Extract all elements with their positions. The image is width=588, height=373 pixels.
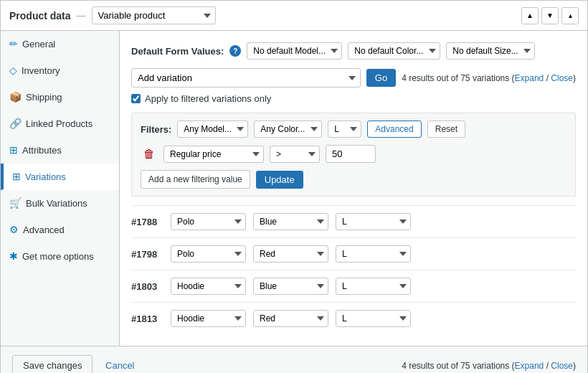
update-button[interactable]: Update	[256, 171, 303, 189]
sidebar-item-variations[interactable]: ⊞ Variations	[1, 164, 119, 190]
linked-icon: 🔗	[9, 118, 22, 129]
variation-1788-model[interactable]: PoloHoodie	[171, 213, 246, 230]
sidebar-item-bulk-variations[interactable]: 🛒 Bulk Variations	[1, 190, 119, 217]
sidebar-item-general[interactable]: ✏ General	[1, 31, 119, 57]
product-data-header: Product data — Variable product Simple p…	[1, 1, 587, 31]
filters-label: Filters:	[141, 124, 171, 135]
sidebar-item-shipping[interactable]: 📦 Shipping	[1, 84, 119, 110]
expand-link-top[interactable]: Expand	[515, 73, 544, 83]
table-row: #1803 HoodiePolo BlueRed LSMXL	[131, 270, 576, 302]
delete-filter-button[interactable]: 🗑	[141, 146, 158, 162]
variation-1813-model[interactable]: HoodiePolo	[171, 310, 246, 327]
variation-1798-color[interactable]: RedBlue	[253, 245, 328, 263]
sidebar-item-attributes[interactable]: ⊞ Attributes	[1, 137, 119, 164]
sidebar-item-linked-products[interactable]: 🔗 Linked Products	[1, 110, 119, 137]
table-row: #1788 PoloHoodie BlueRed LSMXL	[131, 205, 576, 237]
color-default-select[interactable]: No default Color... Blue Red	[348, 42, 440, 60]
default-form-values-label: Default Form Values:	[131, 46, 224, 57]
price-field-select[interactable]: Regular price Sale price Stock	[163, 146, 264, 163]
more-icon: ✱	[9, 250, 18, 262]
product-data-label: Product data	[9, 10, 71, 22]
variation-1788-size[interactable]: LSMXL	[336, 213, 411, 230]
table-row: #1813 HoodiePolo RedBlue LSMXL	[131, 302, 576, 334]
variation-1803-color[interactable]: BlueRed	[253, 278, 328, 295]
price-value-input[interactable]	[326, 145, 376, 163]
sidebar-item-get-more-options[interactable]: ✱ Get more options	[1, 243, 119, 270]
variation-1813-size[interactable]: LSMXL	[336, 310, 411, 327]
sidebar-item-inventory[interactable]: ◇ Inventory	[1, 57, 119, 84]
variations-list: #1788 PoloHoodie BlueRed LSMXL #1798 Pol…	[131, 205, 576, 334]
advanced-icon: ⚙	[9, 224, 19, 235]
model-default-select[interactable]: No default Model... Polo Hoodie	[247, 42, 342, 60]
footer-left: Save changes Cancel	[12, 355, 145, 373]
footer: Save changes Cancel 4 results out of 75 …	[1, 346, 587, 373]
filter-size-select[interactable]: L S M XL	[328, 121, 361, 138]
product-data-panel: Product data — Variable product Simple p…	[0, 0, 588, 373]
action-row: Add a new filtering value Update	[141, 170, 566, 189]
inventory-icon: ◇	[9, 65, 17, 76]
content-area: Default Form Values: ? No default Model.…	[120, 31, 587, 346]
variations-icon: ⊞	[12, 171, 21, 182]
sidebar-label-advanced: Advanced	[23, 225, 65, 235]
sidebar-label-linked-products: Linked Products	[26, 118, 93, 129]
bulk-icon: 🛒	[9, 197, 22, 209]
default-form-values-row: Default Form Values: ? No default Model.…	[131, 42, 576, 60]
main-content: ✏ General ◇ Inventory 📦 Shipping 🔗 Linke…	[1, 31, 587, 346]
apply-checkbox-label: Apply to filtered variations only	[145, 93, 271, 104]
sidebar-label-get-more-options: Get more options	[22, 251, 94, 262]
arrow-collapse-btn[interactable]: ▴	[561, 7, 579, 24]
filters-section: Filters: Any Model... Polo Hoodie Any Co…	[131, 113, 576, 197]
variation-1813-color[interactable]: RedBlue	[253, 310, 328, 327]
reset-filter-button[interactable]: Reset	[427, 121, 465, 138]
variation-id-1813: #1813	[131, 313, 163, 324]
variation-1798-size[interactable]: LSMXL	[336, 245, 411, 263]
header-arrows: ▲ ▼ ▴	[521, 7, 579, 24]
apply-filtered-checkbox[interactable]	[131, 94, 141, 103]
footer-right: 4 results out of 75 variations (Expand /…	[402, 361, 576, 371]
sidebar-label-attributes: Attributes	[22, 145, 62, 156]
table-row: #1798 PoloHoodie RedBlue LSMXL	[131, 237, 576, 270]
variation-1798-model[interactable]: PoloHoodie	[171, 245, 246, 263]
sidebar: ✏ General ◇ Inventory 📦 Shipping 🔗 Linke…	[1, 31, 120, 346]
variation-1803-model[interactable]: HoodiePolo	[171, 278, 246, 295]
size-default-select[interactable]: No default Size... S M L XL	[446, 42, 535, 60]
shipping-icon: 📦	[9, 91, 22, 103]
close-link-top[interactable]: Close	[551, 73, 573, 83]
sidebar-label-inventory: Inventory	[22, 65, 60, 76]
add-variation-row: Add variation Add all variations Delete …	[131, 68, 576, 88]
variation-1788-color[interactable]: BlueRed	[253, 213, 328, 230]
variation-id-1803: #1803	[131, 281, 163, 292]
sidebar-label-bulk-variations: Bulk Variations	[26, 198, 87, 209]
filter-condition-row: 🗑 Regular price Sale price Stock > < = >…	[141, 145, 566, 163]
operator-select[interactable]: > < = >= <=	[270, 146, 320, 163]
cancel-button[interactable]: Cancel	[95, 356, 144, 373]
filter-model-select[interactable]: Any Model... Polo Hoodie	[177, 121, 248, 138]
results-text-top: 4 results out of 75 variations (Expand /…	[402, 73, 576, 83]
general-icon: ✏	[9, 38, 18, 49]
sidebar-label-shipping: Shipping	[26, 92, 62, 103]
add-variation-select[interactable]: Add variation Add all variations Delete …	[131, 68, 361, 88]
variation-1803-size[interactable]: LSMXL	[336, 278, 411, 295]
variation-id-1798: #1798	[131, 249, 163, 260]
product-type-select[interactable]: Variable product Simple product Grouped …	[92, 6, 216, 24]
sidebar-label-general: General	[22, 39, 55, 49]
header-dash: —	[77, 10, 86, 21]
sidebar-item-advanced[interactable]: ⚙ Advanced	[1, 217, 119, 243]
variation-id-1788: #1788	[131, 217, 163, 227]
arrow-down-btn[interactable]: ▼	[541, 7, 559, 24]
expand-link-bottom[interactable]: Expand	[515, 361, 544, 371]
arrow-up-btn[interactable]: ▲	[521, 7, 539, 24]
advanced-filter-button[interactable]: Advanced	[367, 121, 421, 138]
attributes-icon: ⊞	[9, 144, 18, 156]
filter-color-select[interactable]: Any Color... Blue Red	[254, 121, 322, 138]
go-button[interactable]: Go	[366, 69, 396, 87]
apply-checkbox-row: Apply to filtered variations only	[131, 93, 576, 104]
add-filter-button[interactable]: Add a new filtering value	[141, 170, 250, 189]
filters-row: Filters: Any Model... Polo Hoodie Any Co…	[141, 121, 566, 138]
help-icon[interactable]: ?	[229, 45, 241, 57]
save-changes-button[interactable]: Save changes	[12, 355, 93, 373]
sidebar-label-variations: Variations	[25, 171, 66, 182]
close-link-bottom[interactable]: Close	[551, 361, 573, 371]
